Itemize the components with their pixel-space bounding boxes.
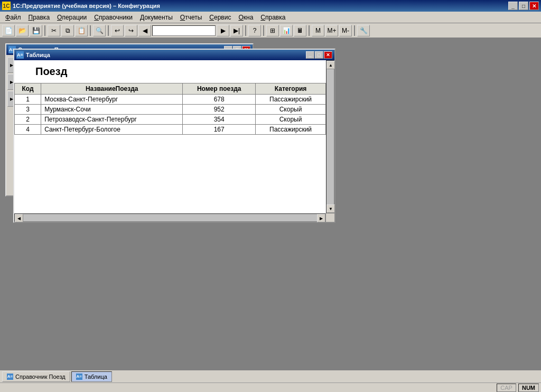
num-indicator: NUM — [518, 384, 539, 392]
cell-number: 354 — [183, 115, 256, 125]
toolbar-grid[interactable]: ⊞ — [266, 25, 279, 36]
toolbar-separator-6 — [309, 25, 310, 36]
toolbar-new[interactable]: 📄 — [2, 25, 15, 36]
cell-number: 952 — [183, 105, 256, 115]
menu-references[interactable]: Справочники — [91, 13, 136, 22]
col-kod: Код — [15, 83, 41, 95]
toolbar-calc[interactable]: 🖩 — [294, 25, 306, 36]
cell-name: Санкт-Петербург-Бологое — [41, 125, 183, 135]
table-row[interactable]: 1Москва-Санкт-Петербург678Пассажирский — [15, 95, 326, 105]
toolbar-copy[interactable]: ⧉ — [61, 25, 74, 36]
menu-bar: Файл Правка Операции Справочники Докумен… — [0, 12, 541, 23]
col-category: Категория — [256, 83, 326, 95]
scroll-track-h[interactable] — [23, 214, 317, 221]
taskbar-spravochnik-label: Справочник Поезд — [15, 374, 66, 380]
scroll-up-button[interactable]: ▲ — [327, 61, 335, 69]
cell-category: Скорый — [256, 115, 326, 125]
menu-file[interactable]: Файл — [2, 13, 24, 22]
toolbar-separator-1 — [44, 25, 45, 36]
toolbar-cut[interactable]: ✂ — [48, 25, 60, 36]
toolbar-open[interactable]: 📂 — [16, 25, 29, 36]
toolbar-nav1[interactable]: ▶| — [230, 25, 243, 36]
title-bar-buttons: _ □ ✕ — [508, 2, 539, 10]
menu-documents[interactable]: Документы — [137, 13, 176, 22]
taskbar-tablica-label: Таблица — [85, 374, 107, 380]
toolbar-undo[interactable]: ↩ — [111, 25, 124, 36]
tablica-minimize[interactable]: _ — [306, 51, 314, 59]
col-name: НазваниеПоезда — [41, 83, 183, 95]
toolbar: 📄 📂 💾 ✂ ⧉ 📋 🔍 ↩ ↪ ◀ ▶ ▶| ? ⊞ 📊 🖩 M M+ M-… — [0, 23, 541, 38]
title-bar: 1C 1С:Предприятие (учебная версия) – Кон… — [0, 0, 541, 12]
cell-kod: 2 — [15, 115, 41, 125]
taskbar-tablica[interactable]: А= Таблица — [71, 371, 112, 382]
toolbar-separator-3 — [108, 25, 109, 36]
toolbar-find[interactable]: 🔍 — [93, 25, 106, 36]
toolbar-separator-4 — [245, 25, 246, 36]
menu-reports[interactable]: Отчеты — [177, 13, 206, 22]
app-icon: 1C — [2, 2, 11, 10]
table-header-row: Код НазваниеПоезда Номер поезда Категори… — [15, 83, 326, 95]
status-indicators: CAP NUM — [0, 383, 541, 392]
toolbar-mminus[interactable]: M- — [339, 25, 352, 36]
cell-kod: 4 — [15, 125, 41, 135]
cell-number: 167 — [183, 125, 256, 135]
taskbar-tablica-icon: А= — [76, 374, 82, 380]
taskbar: А= Справочник Поезд А= Таблица — [0, 370, 541, 383]
toolbar-separator-5 — [263, 25, 264, 36]
cell-kod: 1 — [15, 95, 41, 105]
table-row[interactable]: 2Петрозаводск-Санкт-Петербург354Скорый — [15, 115, 326, 125]
cell-category: Скорый — [256, 105, 326, 115]
workspace: А= Справочник Поезд _ □ ✕ ▶ ▶ ▶ А= Табли… — [0, 38, 541, 370]
cap-indicator: CAP — [497, 384, 516, 392]
toolbar-separator-7 — [354, 25, 355, 36]
menu-service[interactable]: Сервис — [206, 13, 234, 22]
tablica-close[interactable]: ✕ — [324, 51, 332, 59]
table-row[interactable]: 4Санкт-Петербург-Бологое167Пассажирский — [15, 125, 326, 135]
table-heading: Поезд — [14, 60, 326, 83]
table-body: 1Москва-Санкт-Петербург678Пассажирский3М… — [15, 95, 326, 135]
maximize-button[interactable]: □ — [519, 2, 528, 10]
toolbar-redo[interactable]: ↪ — [125, 25, 137, 36]
toolbar-paste[interactable]: 📋 — [75, 25, 88, 36]
cell-name: Мурманск-Сочи — [41, 105, 183, 115]
menu-edit[interactable]: Правка — [25, 13, 53, 22]
menu-windows[interactable]: Окна — [235, 13, 256, 22]
col-number: Номер поезда — [183, 83, 256, 95]
toolbar-mplus[interactable]: M+ — [325, 25, 338, 36]
status-bar: А= Справочник Поезд А= Таблица CAP NUM — [0, 370, 541, 392]
tablica-maximize[interactable]: □ — [315, 51, 323, 59]
cell-name: Москва-Санкт-Петербург — [41, 95, 183, 105]
tablica-body: Поезд Код НазваниеПоезда Номер поезда Ка… — [14, 60, 326, 213]
taskbar-spravochnik-icon: А= — [7, 374, 13, 380]
scroll-track-v[interactable] — [327, 69, 334, 204]
tablica-title-bar[interactable]: А= Таблица _ □ ✕ — [14, 50, 334, 60]
vertical-scrollbar[interactable]: ▲ ▼ — [326, 60, 334, 213]
data-table: Код НазваниеПоезда Номер поезда Категори… — [14, 83, 326, 135]
toolbar-search-next[interactable]: ▶ — [217, 25, 229, 36]
menu-help[interactable]: Справка — [257, 13, 288, 22]
cell-category: Пассажирский — [256, 125, 326, 135]
cell-category: Пассажирский — [256, 95, 326, 105]
horizontal-scrollbar[interactable]: ◀ ▶ — [14, 213, 326, 222]
toolbar-help[interactable]: ? — [248, 25, 261, 36]
toolbar-separator-2 — [90, 25, 91, 36]
cell-name: Петрозаводск-Санкт-Петербург — [41, 115, 183, 125]
cell-kod: 3 — [15, 105, 41, 115]
toolbar-chart[interactable]: 📊 — [280, 25, 293, 36]
menu-operations[interactable]: Операции — [54, 13, 90, 22]
cell-number: 678 — [183, 95, 256, 105]
toolbar-settings[interactable]: 🔧 — [357, 25, 370, 36]
scroll-down-button[interactable]: ▼ — [327, 204, 335, 213]
toolbar-m[interactable]: M — [312, 25, 324, 36]
taskbar-spravochnik[interactable]: А= Справочник Поезд — [2, 371, 70, 382]
scroll-right-button[interactable]: ▶ — [317, 214, 325, 222]
toolbar-save[interactable]: 💾 — [30, 25, 42, 36]
scroll-left-button[interactable]: ◀ — [15, 214, 23, 222]
toolbar-search-prev[interactable]: ◀ — [138, 25, 151, 36]
search-input[interactable] — [152, 25, 216, 36]
minimize-button[interactable]: _ — [508, 2, 518, 10]
tablica-icon: А= — [16, 51, 24, 59]
table-row[interactable]: 3Мурманск-Сочи952Скорый — [15, 105, 326, 115]
window-tablica: А= Таблица _ □ ✕ ▲ ▼ ◀ ▶ Поезд — [13, 49, 335, 223]
close-button[interactable]: ✕ — [529, 2, 539, 10]
